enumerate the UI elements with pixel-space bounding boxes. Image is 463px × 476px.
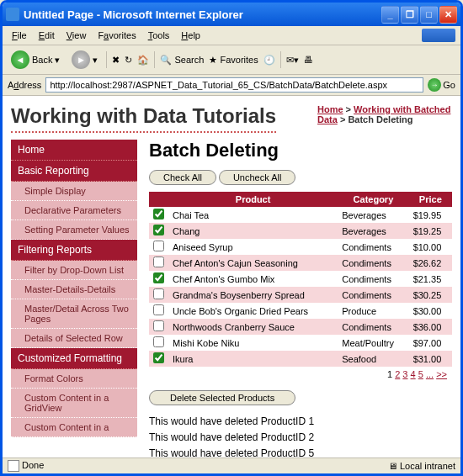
table-row: Chef Anton's Gumbo MixCondiments$21.35 (149, 271, 452, 287)
content-heading: Batch Deleting (149, 140, 452, 161)
table-row: Mishi Kobe NikuMeat/Poultry$97.00 (149, 335, 452, 351)
table-row: Grandma's Boysenberry SpreadCondiments$3… (149, 287, 452, 303)
cell-category: Beverages (338, 223, 408, 239)
breadcrumb-home[interactable]: Home (317, 104, 343, 114)
home-icon[interactable]: 🏠 (137, 55, 149, 66)
table-row: IkuraSeafood$31.00 (149, 351, 452, 367)
sidebar-item[interactable]: Basic Reporting (11, 161, 137, 182)
sidebar-item[interactable]: Filtering Reports (11, 240, 137, 261)
cell-product: Northwoods Cranberry Sauce (168, 319, 338, 335)
sidebar-item[interactable]: Details of Selected Row (11, 329, 137, 348)
sidebar-item[interactable]: Setting Parameter Values (11, 220, 137, 240)
favorites-button[interactable]: ★ Favorites (209, 55, 258, 66)
cell-product: Grandma's Boysenberry Spread (168, 287, 338, 303)
mail-icon[interactable]: ✉▾ (286, 55, 299, 66)
page-link[interactable]: >> (436, 369, 447, 379)
menu-file[interactable]: File (8, 29, 31, 42)
history-icon[interactable]: 🕘 (263, 55, 275, 66)
sidebar-item[interactable]: Declarative Parameters (11, 201, 137, 220)
table-row: Chai TeaBeverages$19.95 (149, 207, 452, 223)
cell-category: Produce (338, 303, 408, 319)
col-category: Category (338, 192, 408, 207)
status-bar: Done 🖥Local intranet (3, 457, 460, 473)
address-label: Address (8, 80, 41, 90)
menu-favorites[interactable]: Favorites (93, 29, 140, 42)
cell-product: Mishi Kobe Niku (168, 335, 338, 351)
uncheck-all-button[interactable]: Uncheck All (219, 170, 295, 185)
row-checkbox[interactable] (153, 257, 164, 267)
menu-help[interactable]: Help (177, 29, 205, 42)
row-checkbox[interactable] (153, 304, 164, 315)
stop-icon[interactable]: ✖ (112, 55, 120, 66)
close-button[interactable]: ✕ (439, 6, 457, 24)
sidebar-item[interactable]: Master/Detail Across Two Pages (11, 299, 137, 329)
search-button[interactable]: 🔍 Search (160, 55, 204, 66)
print-icon[interactable]: 🖶 (304, 55, 313, 65)
done-icon (8, 460, 19, 472)
table-row: ChangBeverages$19.25 (149, 223, 452, 239)
page-link[interactable]: 5 (418, 369, 423, 379)
row-checkbox[interactable] (153, 320, 164, 331)
restore-button[interactable]: ❐ (401, 6, 418, 24)
sidebar-item[interactable]: Simple Display (11, 182, 137, 201)
col-checkbox (149, 192, 168, 207)
breadcrumb-last: Batch Deleting (348, 114, 412, 124)
cell-product: Chef Anton's Cajun Seasoning (168, 255, 338, 271)
minimize-button[interactable]: _ (381, 6, 399, 24)
sidebar-item[interactable]: Filter by Drop-Down List (11, 261, 137, 280)
page-link[interactable]: 4 (411, 369, 416, 379)
cell-category: Condiments (338, 255, 408, 271)
check-all-button[interactable]: Check All (149, 170, 216, 185)
breadcrumb: Home > Working with Batched Data > Batch… (317, 104, 452, 124)
address-input[interactable] (45, 77, 423, 93)
cell-price: $10.00 (409, 239, 452, 255)
cell-price: $30.00 (409, 303, 452, 319)
row-checkbox[interactable] (153, 209, 164, 219)
cell-category: Condiments (338, 271, 408, 287)
row-checkbox[interactable] (153, 352, 164, 363)
page-link[interactable]: ... (426, 369, 434, 379)
page-link[interactable]: 2 (395, 369, 400, 379)
cell-price: $97.00 (409, 335, 452, 351)
cell-category: Condiments (338, 287, 408, 303)
refresh-icon[interactable]: ↻ (125, 55, 132, 66)
menu-view[interactable]: View (62, 29, 91, 42)
cell-product: Aniseed Syrup (168, 239, 338, 255)
delete-selected-button[interactable]: Delete Selected Products (149, 390, 295, 405)
results-output: This would have deleted ProductID 1This … (149, 414, 452, 457)
page-title: Working with Data Tutorials (11, 104, 276, 133)
ie-icon (6, 8, 19, 21)
sidebar-item[interactable]: Custom Content in a GridView (11, 389, 137, 418)
window-title: Untitled Page - Microsoft Internet Explo… (24, 8, 381, 21)
result-line: This would have deleted ProductID 2 (149, 430, 452, 446)
menu-tools[interactable]: Tools (144, 29, 174, 42)
zone-text: Local intranet (400, 461, 455, 471)
cell-price: $19.25 (409, 223, 452, 239)
sidebar-item[interactable]: Home (11, 140, 137, 161)
row-checkbox[interactable] (153, 225, 164, 235)
sidebar-item[interactable]: Master-Details-Details (11, 280, 137, 299)
row-checkbox[interactable] (153, 288, 164, 299)
maximize-button[interactable]: □ (420, 6, 438, 24)
cell-price: $26.62 (409, 255, 452, 271)
sidebar-item[interactable]: Customized Formatting (11, 348, 137, 369)
cell-price: $31.00 (409, 351, 452, 367)
table-row: Aniseed SyrupCondiments$10.00 (149, 239, 452, 255)
sidebar-item[interactable]: Custom Content in a (11, 418, 137, 437)
back-button[interactable]: ◄Back ▾ (8, 49, 63, 71)
address-bar: Address →Go (3, 75, 460, 96)
menubar: File Edit View Favorites Tools Help (3, 26, 460, 45)
cell-price: $19.95 (409, 207, 452, 223)
sidebar-item[interactable]: Format Colors (11, 369, 137, 389)
row-checkbox[interactable] (153, 336, 164, 347)
forward-button[interactable]: ►▾ (68, 49, 101, 71)
row-checkbox[interactable] (153, 272, 164, 283)
products-grid: Product Category Price Chai TeaBeverages… (149, 192, 452, 367)
page-link[interactable]: 3 (402, 369, 407, 379)
cell-category: Condiments (338, 239, 408, 255)
menu-edit[interactable]: Edit (35, 29, 59, 42)
cell-category: Seafood (338, 351, 408, 367)
row-checkbox[interactable] (153, 241, 164, 251)
page-content: Working with Data Tutorials Home > Worki… (3, 96, 460, 457)
go-button[interactable]: →Go (428, 78, 455, 92)
